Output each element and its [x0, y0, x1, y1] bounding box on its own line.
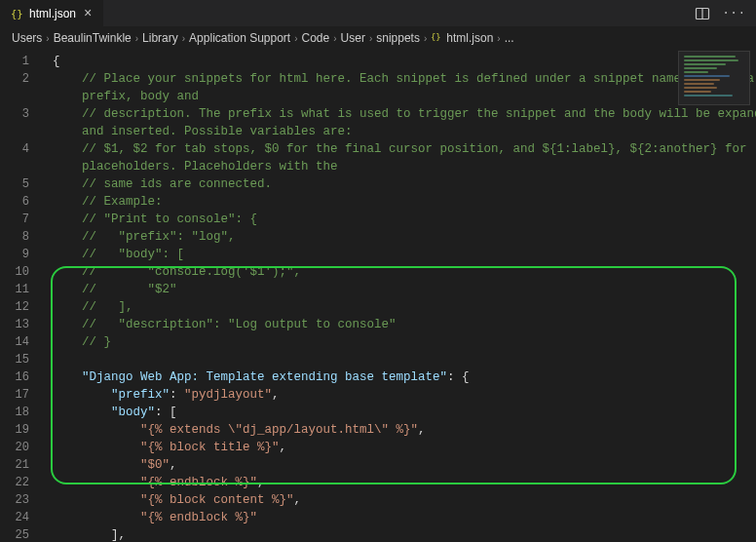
- line-number: 1: [0, 53, 43, 70]
- chevron-right-icon: ›: [333, 33, 336, 44]
- breadcrumb-segment[interactable]: Users: [12, 31, 42, 45]
- code-line[interactable]: // ],: [43, 298, 756, 316]
- line-number: 7: [0, 211, 43, 228]
- line-number: 24: [0, 509, 43, 526]
- code-line[interactable]: "body": [: [43, 404, 756, 421]
- code-line[interactable]: placeholders. Placeholders with the: [43, 158, 756, 175]
- svg-text:{}: {}: [431, 32, 441, 42]
- code-line[interactable]: // "description": "Log output to console…: [43, 316, 756, 333]
- breadcrumb-segment[interactable]: User: [341, 31, 365, 45]
- breadcrumb[interactable]: Users›BeaulinTwinkle›Library›Application…: [0, 27, 756, 49]
- line-number: 10: [0, 263, 43, 281]
- breadcrumb-segment[interactable]: snippets: [376, 31, 420, 45]
- more-actions-icon[interactable]: ···: [722, 7, 746, 20]
- split-editor-icon[interactable]: [695, 6, 710, 21]
- json-braces-icon: {}: [431, 31, 446, 45]
- line-number: 2: [0, 70, 43, 88]
- breadcrumb-segment[interactable]: Code: [302, 31, 330, 45]
- line-number: 22: [0, 474, 43, 491]
- code-line[interactable]: // "body": [: [43, 246, 756, 263]
- line-number: 4: [0, 140, 43, 158]
- line-number: 12: [0, 298, 43, 316]
- breadcrumb-segment[interactable]: BeaulinTwinkle: [54, 31, 132, 45]
- json-braces-icon: {}: [10, 7, 23, 20]
- code-line[interactable]: {: [43, 53, 756, 70]
- line-number: 23: [0, 491, 43, 509]
- line-number: 6: [0, 193, 43, 211]
- code-line[interactable]: // same ids are connected.: [43, 175, 756, 193]
- line-number: 13: [0, 316, 43, 333]
- code-line[interactable]: // "console.log('$1');",: [43, 263, 756, 281]
- code-line[interactable]: // "$2": [43, 281, 756, 298]
- code-line[interactable]: "Django Web App: Template extending base…: [43, 368, 756, 386]
- tab-group: {} html.json ×: [0, 0, 104, 26]
- chevron-right-icon: ›: [135, 33, 138, 44]
- line-number: 5: [0, 175, 43, 193]
- code-line[interactable]: "{% block title %}",: [43, 439, 756, 456]
- code-line[interactable]: // Place your snippets for html here. Ea…: [43, 70, 756, 88]
- line-number-gutter: 1234567891011121314151617181920212223242…: [0, 49, 43, 542]
- code-line[interactable]: // "Print to console": {: [43, 211, 756, 228]
- tab-html-json[interactable]: {} html.json ×: [0, 0, 104, 26]
- code-line[interactable]: // "prefix": "log",: [43, 228, 756, 246]
- breadcrumb-segment[interactable]: Library: [142, 31, 178, 45]
- chevron-right-icon: ›: [424, 33, 427, 44]
- code-line[interactable]: "{% endblock %}": [43, 509, 756, 526]
- code-line[interactable]: "{% block content %}",: [43, 491, 756, 509]
- line-number: 11: [0, 281, 43, 298]
- code-line[interactable]: // $1, $2 for tab stops, $0 for the fina…: [43, 140, 756, 158]
- code-line[interactable]: "{% extends \"dj_app/layout.html\" %}",: [43, 421, 756, 439]
- line-number: [0, 158, 43, 175]
- svg-text:{}: {}: [11, 7, 23, 19]
- line-number: 3: [0, 105, 43, 123]
- code-line[interactable]: and inserted. Possible variables are:: [43, 123, 756, 140]
- code-line[interactable]: "prefix": "pydjlayout",: [43, 386, 756, 404]
- chevron-right-icon: ›: [497, 33, 500, 44]
- chevron-right-icon: ›: [46, 33, 49, 44]
- tab-actions: ···: [685, 6, 756, 21]
- code-line[interactable]: "{% endblock %}",: [43, 474, 756, 491]
- code-line[interactable]: ],: [43, 526, 756, 542]
- line-number: [0, 88, 43, 105]
- code-line[interactable]: prefix, body and: [43, 88, 756, 105]
- tab-label: html.json: [29, 7, 76, 20]
- chevron-right-icon: ›: [294, 33, 297, 44]
- line-number: 25: [0, 526, 43, 542]
- line-number: 17: [0, 386, 43, 404]
- line-number: 21: [0, 456, 43, 474]
- line-number: 18: [0, 404, 43, 421]
- breadcrumb-file[interactable]: {}html.json: [431, 31, 493, 45]
- line-number: 14: [0, 333, 43, 351]
- line-number: 9: [0, 246, 43, 263]
- breadcrumb-segment[interactable]: Application Support: [189, 31, 290, 45]
- code-line[interactable]: // description. The prefix is what is us…: [43, 105, 756, 123]
- line-number: 15: [0, 351, 43, 368]
- code-line[interactable]: [43, 351, 756, 368]
- line-number: 20: [0, 439, 43, 456]
- line-number: 16: [0, 368, 43, 386]
- chevron-right-icon: ›: [369, 33, 372, 44]
- close-icon[interactable]: ×: [82, 7, 94, 20]
- chevron-right-icon: ›: [182, 33, 185, 44]
- line-number: 8: [0, 228, 43, 246]
- code-content[interactable]: { // Place your snippets for html here. …: [43, 49, 756, 542]
- code-line[interactable]: // }: [43, 333, 756, 351]
- code-line[interactable]: // Example:: [43, 193, 756, 211]
- tab-bar: {} html.json × ···: [0, 0, 756, 27]
- editor[interactable]: 1234567891011121314151617181920212223242…: [0, 49, 756, 542]
- line-number: 19: [0, 421, 43, 439]
- breadcrumb-trailing[interactable]: ...: [505, 31, 514, 45]
- code-line[interactable]: "$0",: [43, 456, 756, 474]
- minimap[interactable]: [678, 51, 750, 105]
- line-number: [0, 123, 43, 140]
